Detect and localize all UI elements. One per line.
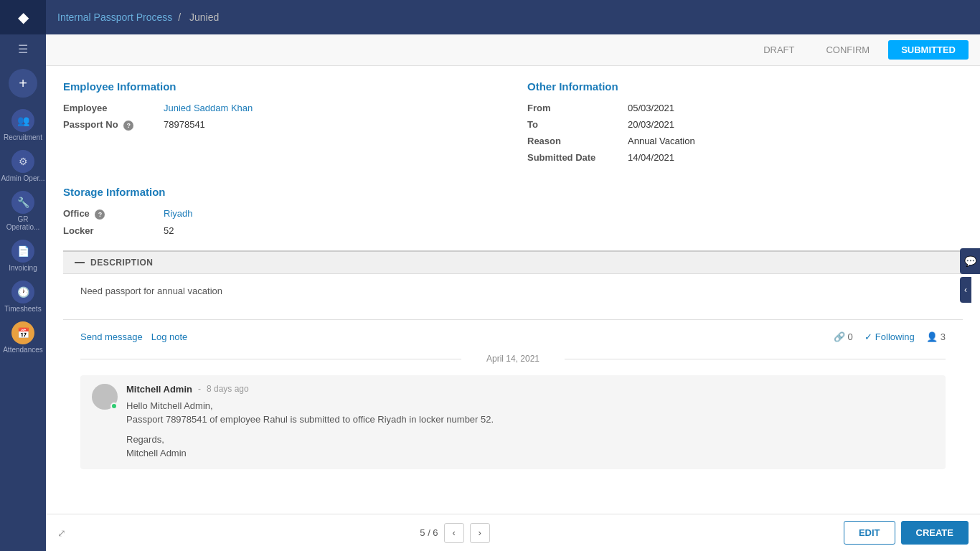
sidebar-item-label: Invoicing <box>9 264 37 272</box>
gr-operatio-icon: 🔧 <box>11 191 34 214</box>
sidebar-item-gr-operatio[interactable]: 🔧 GR Operatio... <box>0 185 46 234</box>
employee-label: Employee <box>63 103 164 113</box>
employee-info-section: Employee Information Employee Junied Sad… <box>63 80 499 169</box>
message-body: Hello Mitchell Admin, Passport 78978541 … <box>126 399 934 461</box>
message-author: Mitchell Admin <box>126 384 192 395</box>
invoicing-icon: 📄 <box>11 240 34 263</box>
timesheets-icon: 🕐 <box>11 281 34 303</box>
to-value: 20/03/2021 <box>628 119 674 130</box>
message-header: Mitchell Admin - 8 days ago <box>126 384 934 395</box>
chatter-actions: Send message Log note 🔗 0 ✓ Following 👤 … <box>80 329 946 345</box>
office-value[interactable]: Riyadh <box>164 208 192 219</box>
description-title: DESCRIPTION <box>90 258 154 268</box>
followers-number: 3 <box>941 331 946 342</box>
passport-no-label: Passport No ? <box>63 119 164 131</box>
date-divider-text: April 14, 2021 <box>486 354 540 364</box>
attachments-count: 🔗 0 <box>834 331 853 342</box>
sidebar-item-recruitment[interactable]: 👥 Recruitment <box>0 103 46 144</box>
sidebar-item-label: Attendances <box>3 346 43 354</box>
message-time: - <box>198 384 201 394</box>
reason-row: Reason Annual Vacation <box>527 136 963 146</box>
from-label: From <box>527 103 628 113</box>
page-info: 5 / 6 <box>420 527 438 538</box>
breadcrumb-parent[interactable]: Internal Passport Process <box>57 11 172 23</box>
message-time-value: 8 days ago <box>207 384 249 394</box>
hamburger-icon: ☰ <box>18 42 28 56</box>
office-row: Office ? Riyadh <box>63 208 963 220</box>
passport-help-icon[interactable]: ? <box>123 121 133 131</box>
storage-info-title: Storage Information <box>63 186 963 198</box>
submitted-date-row: Submitted Date 14/04/2021 <box>527 152 963 163</box>
locker-row: Locker 52 <box>63 225 963 236</box>
locker-value: 52 <box>164 225 174 236</box>
message-content: Mitchell Admin - 8 days ago Hello Mitche… <box>126 384 934 461</box>
breadcrumb-current: Junied <box>189 11 219 23</box>
create-button[interactable]: CREATE <box>901 521 969 545</box>
admin-oper-icon: ⚙ <box>11 150 34 173</box>
plus-icon: + <box>19 75 27 92</box>
send-message-button[interactable]: Send message <box>80 329 143 345</box>
main-area: Internal Passport Process / Junied DRAFT… <box>46 0 980 551</box>
employee-value[interactable]: Junied Saddam Khan <box>164 103 253 113</box>
employee-row: Employee Junied Saddam Khan <box>63 103 499 113</box>
sidebar-item-label: GR Operatio... <box>0 215 46 231</box>
sidebar-item-timesheets[interactable]: 🕐 Timesheets <box>0 275 46 316</box>
online-indicator <box>110 402 118 410</box>
date-divider: April 14, 2021 <box>80 354 946 364</box>
log-note-button[interactable]: Log note <box>151 329 188 345</box>
message-line4: Mitchell Admin <box>126 446 934 461</box>
other-info-title: Other Information <box>527 80 963 93</box>
description-section: DESCRIPTION Need passport for annual vac… <box>63 250 963 308</box>
passport-no-value: 78978541 <box>164 119 205 130</box>
chatter-section: Send message Log note 🔗 0 ✓ Following 👤 … <box>63 319 963 469</box>
submitted-status-button[interactable]: SUBMITTED <box>888 40 969 60</box>
following-button[interactable]: ✓ Following <box>864 331 915 342</box>
office-help-icon[interactable]: ? <box>95 209 105 220</box>
reason-label: Reason <box>527 136 628 146</box>
page-total: 6 <box>433 527 438 538</box>
description-header[interactable]: DESCRIPTION <box>63 252 963 273</box>
to-label: To <box>527 119 628 130</box>
sidebar: ◆ ☰ + 👥 Recruitment ⚙ Admin Oper... 🔧 GR… <box>0 0 46 551</box>
sidebar-add-button[interactable]: + <box>9 69 37 98</box>
sidebar-item-invoicing[interactable]: 📄 Invoicing <box>0 234 46 275</box>
collapse-icon <box>75 262 85 263</box>
message-line3: Regards, <box>126 433 934 447</box>
followers-count: 👤 3 <box>926 331 946 342</box>
sidebar-item-label: Timesheets <box>4 305 41 313</box>
locker-label: Locker <box>63 225 164 236</box>
page-current: 5 <box>420 527 425 538</box>
reason-value: Annual Vacation <box>628 136 695 146</box>
message-line1: Hello Mitchell Admin, <box>126 399 934 413</box>
status-bar: DRAFT CONFIRM SUBMITTED <box>46 34 980 66</box>
sidebar-item-label: Admin Oper... <box>1 174 44 182</box>
office-label: Office ? <box>63 208 164 220</box>
sidebar-item-attendances[interactable]: 📅 Attendances <box>0 316 46 357</box>
draft-status-button[interactable]: DRAFT <box>750 40 807 60</box>
confirm-status-button[interactable]: CONFIRM <box>813 40 882 60</box>
prev-page-button[interactable]: ‹ <box>444 523 464 543</box>
submitted-date-label: Submitted Date <box>527 152 628 163</box>
description-text: Need passport for annual vacation <box>80 286 222 296</box>
attachment-number: 0 <box>848 331 853 342</box>
sidebar-menu-toggle[interactable]: ☰ <box>0 34 46 63</box>
paperclip-icon: 🔗 <box>834 331 845 342</box>
to-row: To 20/03/2021 <box>527 119 963 130</box>
message-avatar <box>92 384 118 410</box>
content-area: Employee Information Employee Junied Sad… <box>46 66 980 514</box>
chatter-meta: 🔗 0 ✓ Following 👤 3 <box>834 331 946 342</box>
edit-button[interactable]: EDIT <box>844 521 895 545</box>
breadcrumb: Internal Passport Process / Junied <box>57 11 222 23</box>
expand-icon[interactable]: ⤢ <box>57 527 66 539</box>
sidebar-item-admin-oper[interactable]: ⚙ Admin Oper... <box>0 144 46 185</box>
collapse-float-button[interactable]: ‹ <box>960 277 971 303</box>
topbar: Internal Passport Process / Junied <box>46 0 980 34</box>
chat-float-button[interactable]: 💬 <box>960 248 980 274</box>
recruitment-icon: 👥 <box>11 109 34 132</box>
description-body: Need passport for annual vacation <box>63 273 963 308</box>
message-line2: Passport 78978541 of employee Rahul is s… <box>126 413 934 427</box>
attendances-icon: 📅 <box>11 321 34 344</box>
people-icon: 👤 <box>926 331 938 342</box>
sidebar-logo[interactable]: ◆ <box>0 0 46 34</box>
next-page-button[interactable]: › <box>470 523 490 543</box>
